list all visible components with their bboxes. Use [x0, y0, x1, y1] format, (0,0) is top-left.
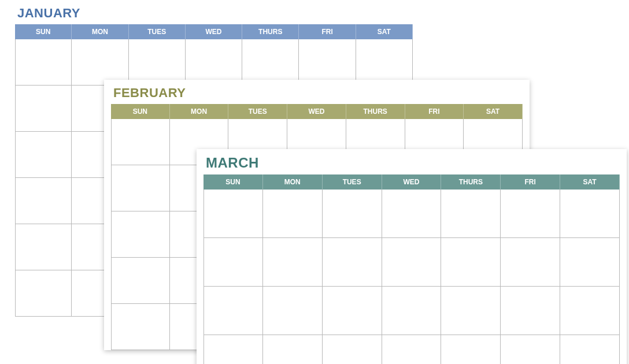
calendar-cell: [382, 238, 442, 287]
day-head-wed: WED: [287, 104, 346, 119]
calendar-cell: [263, 190, 323, 238]
calendar-cell: [111, 258, 170, 304]
day-head-fri: FRI: [299, 24, 356, 39]
calendar-cell: [560, 335, 620, 364]
day-head-thurs: THURS: [242, 24, 299, 39]
calendar-cell: [441, 190, 501, 238]
calendar-cell: [15, 224, 72, 270]
day-head-wed: WED: [186, 24, 242, 39]
calendar-march: MARCH SUN MON TUES WED THURS FRI SAT: [197, 149, 627, 364]
calendar-cell: [560, 238, 620, 287]
day-head-fri: FRI: [405, 104, 464, 119]
month-title-february: FEBRUARY: [113, 86, 523, 101]
day-head-fri: FRI: [501, 174, 560, 190]
day-head-sat: SAT: [560, 174, 620, 190]
calendar-cell: [15, 132, 72, 178]
calendar-cell: [263, 238, 323, 287]
day-head-sun: SUN: [204, 174, 263, 190]
calendar-cell: [263, 287, 323, 335]
calendar-cell: [382, 287, 442, 335]
day-head-sat: SAT: [356, 24, 413, 39]
calendar-cell: [382, 190, 442, 238]
calendar-cell: [72, 39, 128, 86]
day-header-row: SUN MON TUES WED THURS FRI SAT: [111, 104, 523, 119]
calendar-cell: [323, 287, 382, 335]
calendar-cell: [501, 287, 560, 335]
calendar-cell: [186, 39, 242, 86]
calendar-cell: [15, 178, 72, 224]
calendar-cell: [299, 39, 356, 86]
day-head-tues: TUES: [228, 104, 287, 119]
calendar-cell: [441, 335, 501, 364]
calendar-cell: [501, 190, 560, 238]
day-head-mon: MON: [263, 174, 323, 190]
month-title-january: JANUARY: [17, 6, 413, 21]
calendar-cell: [204, 335, 263, 364]
calendar-cell: [501, 238, 560, 287]
calendar-cell: [15, 39, 72, 86]
day-head-mon: MON: [72, 24, 128, 39]
day-header-row: SUN MON TUES WED THURS FRI SAT: [15, 24, 413, 39]
calendar-cell: [501, 335, 560, 364]
calendar-cell: [560, 190, 620, 238]
day-head-thurs: THURS: [441, 174, 501, 190]
calendar-cell: [204, 287, 263, 335]
day-head-tues: TUES: [323, 174, 382, 190]
calendar-cell: [111, 211, 170, 258]
calendar-cell: [129, 39, 186, 86]
calendar-cell: [204, 190, 263, 238]
day-head-thurs: THURS: [346, 104, 405, 119]
calendar-cell: [382, 335, 442, 364]
day-head-sun: SUN: [15, 24, 72, 39]
calendar-cell: [242, 39, 299, 86]
calendar-cell: [15, 86, 72, 132]
calendar-cell: [111, 165, 170, 211]
calendar-cell: [204, 238, 263, 287]
day-head-wed: WED: [382, 174, 442, 190]
calendar-cell: [111, 304, 170, 350]
calendar-cell: [560, 287, 620, 335]
day-head-sat: SAT: [464, 104, 523, 119]
calendar-cell: [323, 190, 382, 238]
calendar-cell: [441, 238, 501, 287]
day-head-sun: SUN: [111, 104, 170, 119]
calendar-cell: [15, 270, 72, 317]
calendar-cell: [323, 335, 382, 364]
day-head-mon: MON: [170, 104, 229, 119]
calendar-cell: [323, 238, 382, 287]
calendar-cell: [441, 287, 501, 335]
calendar-cell: [111, 119, 170, 165]
calendar-cell: [263, 335, 323, 364]
calendar-grid-march: [204, 190, 620, 364]
day-header-row: SUN MON TUES WED THURS FRI SAT: [204, 174, 620, 190]
day-head-tues: TUES: [129, 24, 186, 39]
calendar-cell: [356, 39, 413, 86]
month-title-march: MARCH: [206, 155, 620, 171]
